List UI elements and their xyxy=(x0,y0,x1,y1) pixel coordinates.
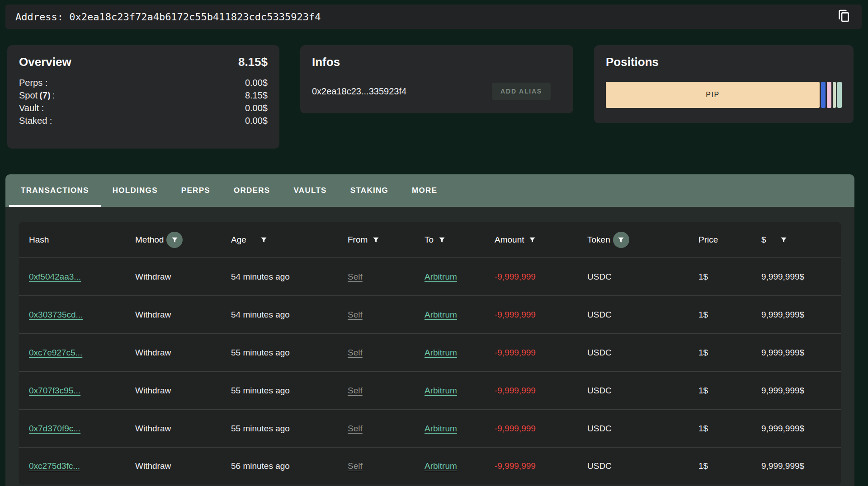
tx-token: USDC xyxy=(587,461,698,471)
tx-from-link[interactable]: Self xyxy=(348,272,425,282)
tx-from-link[interactable]: Self xyxy=(348,348,425,358)
tx-age: 55 minutes ago xyxy=(231,424,348,434)
tx-token: USDC xyxy=(587,348,698,358)
tx-token: USDC xyxy=(587,272,698,282)
tx-from-link[interactable]: Self xyxy=(348,386,425,396)
column-header-amount: Amount xyxy=(495,235,587,245)
column-header-price: Price xyxy=(698,235,761,245)
table-row: 0xc7e927c5... Withdraw 55 minutes ago Se… xyxy=(19,333,841,371)
usd-filter-icon[interactable] xyxy=(780,236,788,244)
column-header-hash: Hash xyxy=(29,235,135,245)
tx-amount: -9,999,999 xyxy=(495,461,587,471)
tx-method: Withdraw xyxy=(135,272,231,282)
tx-usd-value: 9,999,999$ xyxy=(761,461,831,471)
age-filter-icon[interactable] xyxy=(260,236,268,244)
positions-allocation-bar: PIP xyxy=(606,82,842,108)
tx-usd-value: 9,999,999$ xyxy=(761,424,831,434)
summary-cards-row: Overview 8.15$ Perps : 0.00$ Spot(7): 8.… xyxy=(7,45,854,149)
tx-price: 1$ xyxy=(698,310,761,320)
table-row: 0xc275d3fc... Withdraw 56 minutes ago Se… xyxy=(19,447,841,485)
overview-total-value: 8.15$ xyxy=(238,55,268,69)
tx-method: Withdraw xyxy=(135,386,231,396)
tx-hash-link[interactable]: 0x303735cd... xyxy=(29,310,135,320)
tx-amount: -9,999,999 xyxy=(495,348,587,358)
staked-label: Staked : xyxy=(19,114,52,127)
table-header-row: Hash Method Age From To xyxy=(19,222,841,257)
tx-hash-link[interactable]: 0x7d370f9c... xyxy=(29,424,135,434)
overview-card: Overview 8.15$ Perps : 0.00$ Spot(7): 8.… xyxy=(7,45,279,149)
token-filter-icon[interactable] xyxy=(613,232,629,248)
method-filter-icon[interactable] xyxy=(166,232,183,248)
tx-token: USDC xyxy=(587,386,698,396)
tx-from-link[interactable]: Self xyxy=(348,424,425,434)
tx-usd-value: 9,999,999$ xyxy=(761,386,831,396)
position-segment-teal[interactable] xyxy=(837,82,842,108)
tx-token: USDC xyxy=(587,424,698,434)
tx-to-link[interactable]: Arbitrum xyxy=(425,424,495,434)
perps-label: Perps : xyxy=(19,76,47,89)
overview-row-perps: Perps : 0.00$ xyxy=(19,76,268,89)
tx-usd-value: 9,999,999$ xyxy=(761,272,831,282)
copy-icon xyxy=(836,9,851,25)
tx-method: Withdraw xyxy=(135,310,231,320)
tx-method: Withdraw xyxy=(135,348,231,358)
vault-label: Vault : xyxy=(19,102,44,114)
tx-price: 1$ xyxy=(698,386,761,396)
tx-hash-link[interactable]: 0xf5042aa3... xyxy=(29,272,135,282)
tx-to-link[interactable]: Arbitrum xyxy=(425,272,495,282)
tx-usd-value: 9,999,999$ xyxy=(761,310,831,320)
tx-to-link[interactable]: Arbitrum xyxy=(425,310,495,320)
spot-label: Spot(7): xyxy=(19,89,55,102)
amount-filter-icon[interactable] xyxy=(528,236,536,244)
staked-value: 0.00$ xyxy=(245,114,268,127)
position-segment-pale[interactable] xyxy=(833,82,836,108)
tx-method: Withdraw xyxy=(135,461,231,471)
tx-hash-link[interactable]: 0x707f3c95... xyxy=(29,386,135,396)
positions-title: Positions xyxy=(606,55,842,69)
transactions-panel: Hash Method Age From To xyxy=(5,207,854,486)
position-segment-blue[interactable] xyxy=(821,82,826,108)
table-row: 0x7d370f9c... Withdraw 55 minutes ago Se… xyxy=(19,409,841,447)
address-bar: Address: 0x2ea18c23f72a4b6172c55b411823c… xyxy=(5,5,862,29)
transactions-table: Hash Method Age From To xyxy=(19,222,841,485)
tx-hash-link[interactable]: 0xc275d3fc... xyxy=(29,461,135,471)
tx-amount: -9,999,999 xyxy=(495,424,587,434)
tx-amount: -9,999,999 xyxy=(495,386,587,396)
tx-to-link[interactable]: Arbitrum xyxy=(425,348,495,358)
tab-staking[interactable]: STAKING xyxy=(339,174,400,207)
table-row: 0xf5042aa3... Withdraw 54 minutes ago Se… xyxy=(19,257,841,295)
vault-value: 0.00$ xyxy=(245,102,268,114)
tab-perps[interactable]: PERPS xyxy=(170,174,222,207)
tab-orders[interactable]: ORDERS xyxy=(222,174,282,207)
tab-transactions[interactable]: TRANSACTIONS xyxy=(9,174,101,207)
tx-price: 1$ xyxy=(698,348,761,358)
add-alias-button[interactable]: ADD ALIAS xyxy=(492,83,551,100)
positions-card: Positions PIP xyxy=(594,45,854,123)
overview-row-staked: Staked : 0.00$ xyxy=(19,114,268,127)
spot-count: (7) xyxy=(39,90,50,100)
tx-to-link[interactable]: Arbitrum xyxy=(425,461,495,471)
table-row: 0x707f3c95... Withdraw 55 minutes ago Se… xyxy=(19,371,841,409)
tab-vaults[interactable]: VAULTS xyxy=(282,174,338,207)
tx-amount: -9,999,999 xyxy=(495,272,587,282)
tx-price: 1$ xyxy=(698,424,761,434)
tx-usd-value: 9,999,999$ xyxy=(761,348,831,358)
tab-more[interactable]: MORE xyxy=(400,174,449,207)
tx-from-link[interactable]: Self xyxy=(348,310,425,320)
tx-to-link[interactable]: Arbitrum xyxy=(425,386,495,396)
tx-method: Withdraw xyxy=(135,424,231,434)
tx-age: 56 minutes ago xyxy=(231,461,348,471)
from-filter-icon[interactable] xyxy=(372,236,380,244)
tx-from-link[interactable]: Self xyxy=(348,461,425,471)
tab-holdings[interactable]: HOLDINGS xyxy=(101,174,170,207)
column-header-usd: $ xyxy=(761,235,831,245)
column-header-from: From xyxy=(348,235,425,245)
tx-hash-link[interactable]: 0xc7e927c5... xyxy=(29,348,135,358)
table-row: 0x303735cd... Withdraw 54 minutes ago Se… xyxy=(19,295,841,333)
copy-address-button[interactable] xyxy=(835,9,852,25)
position-segment-pink[interactable] xyxy=(827,82,831,108)
to-filter-icon[interactable] xyxy=(438,236,446,244)
infos-title: Infos xyxy=(312,55,561,69)
position-segment-pip[interactable]: PIP xyxy=(606,82,820,108)
tx-price: 1$ xyxy=(698,272,761,282)
